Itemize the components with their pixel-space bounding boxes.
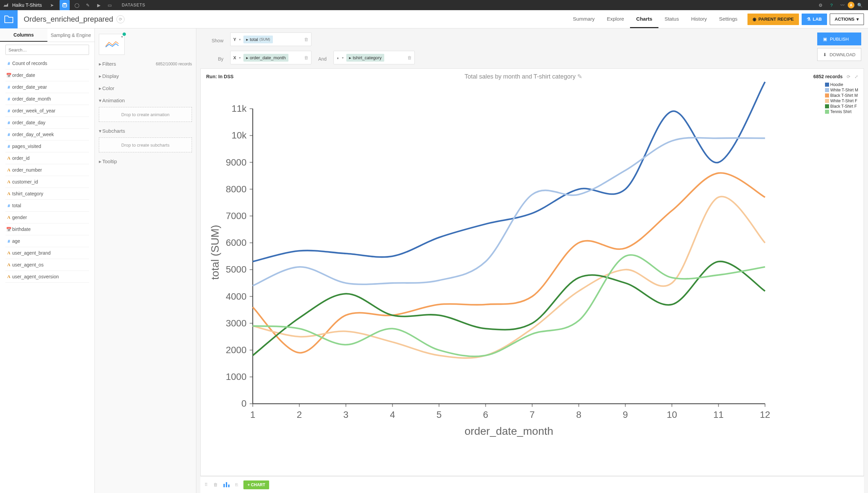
copy-icon[interactable]: ⎘ <box>235 482 238 487</box>
column-item[interactable]: Auser_agent_os <box>5 259 89 271</box>
project-name[interactable]: Haiku T-Shirts <box>12 2 42 8</box>
subcharts-section[interactable]: ▾Subcharts <box>99 128 192 134</box>
download-button[interactable]: ⬇DOWNLOAD <box>817 48 861 61</box>
sidetab-columns[interactable]: Columns <box>0 28 47 42</box>
column-item[interactable]: #total <box>5 200 89 212</box>
svg-text:7000: 7000 <box>226 211 246 221</box>
column-item[interactable]: Agender <box>5 212 89 223</box>
x-chip[interactable]: ▸ order_date_month <box>243 54 288 62</box>
column-item[interactable]: 📅birthdate <box>5 223 89 235</box>
animation-dropzone[interactable]: Drop to create animation <box>99 107 192 122</box>
and-pill[interactable]: ⬧▾ ▸ tshirt_category 🗑 <box>333 51 415 64</box>
column-item[interactable]: #order_date_month <box>5 93 89 105</box>
trash-icon[interactable]: 🗑 <box>213 482 218 487</box>
parent-recipe-button[interactable]: ◉PARENT RECIPE <box>747 14 799 25</box>
publish-button[interactable]: ▣PUBLISH <box>817 33 861 45</box>
legend-item[interactable]: White T-Shirt M <box>825 88 858 92</box>
y-axis-pill[interactable]: Y▾ ▸ total (SUM) 🗑 <box>230 33 311 46</box>
chart-thumbnail[interactable]: ▾ <box>99 34 125 55</box>
svg-rect-53 <box>223 484 225 487</box>
tab-history[interactable]: History <box>685 10 713 28</box>
display-section[interactable]: ▸Display <box>99 73 192 79</box>
legend-item[interactable]: Black T-Shirt F <box>825 104 858 109</box>
run-label: Run: In DSS <box>206 74 234 79</box>
notebooks-icon[interactable]: ✎ <box>85 2 91 8</box>
svg-text:8000: 8000 <box>226 184 246 194</box>
column-item[interactable]: Aorder_number <box>5 164 89 176</box>
tab-settings[interactable]: Settings <box>713 10 743 28</box>
tab-summary[interactable]: Summary <box>567 10 601 28</box>
type-icon: 📅 <box>5 227 12 232</box>
tab-status[interactable]: Status <box>658 10 685 28</box>
column-item[interactable]: #Count of records <box>5 58 89 69</box>
column-item[interactable]: #age <box>5 235 89 247</box>
refresh-icon[interactable]: ⟳ <box>847 74 850 79</box>
actions-button[interactable]: ACTIONS▾ <box>830 14 864 25</box>
column-item[interactable]: Aorder_id <box>5 152 89 164</box>
x-axis-pill[interactable]: X▾ ▸ order_date_month 🗑 <box>230 51 311 64</box>
bars-icon[interactable] <box>223 481 230 488</box>
svg-text:2000: 2000 <box>226 345 246 355</box>
add-chart-button[interactable]: + CHART <box>243 480 269 489</box>
column-item[interactable]: Auser_agent_osversion <box>5 271 89 283</box>
subcharts-dropzone[interactable]: Drop to create subcharts <box>99 137 192 152</box>
svg-text:3000: 3000 <box>226 318 246 328</box>
tooltip-section[interactable]: ▸Tooltip <box>99 158 192 165</box>
trash-icon[interactable]: 🗑 <box>407 55 412 60</box>
legend-item[interactable]: Black T-Shirt M <box>825 93 858 98</box>
svg-text:6000: 6000 <box>226 237 246 248</box>
more-icon[interactable]: ▭ <box>106 2 113 8</box>
scatter-icon[interactable]: ⠿ <box>204 482 208 487</box>
column-name: user_agent_brand <box>12 250 51 256</box>
filters-section[interactable]: ▸Filters6852/10000 records <box>99 61 192 67</box>
show-label: Show <box>203 35 223 43</box>
column-item[interactable]: #order_week_of_year <box>5 105 89 117</box>
trash-icon[interactable]: 🗑 <box>304 55 308 60</box>
column-name: order_date_month <box>12 96 51 102</box>
column-item[interactable]: Atshirt_category <box>5 188 89 200</box>
avatar[interactable]: A <box>848 2 854 8</box>
column-item[interactable]: #order_day_of_week <box>5 129 89 141</box>
svg-text:0: 0 <box>241 398 246 409</box>
column-item[interactable]: 📅order_date <box>5 69 89 81</box>
trash-icon[interactable]: 🗑 <box>304 37 308 42</box>
tab-charts[interactable]: Charts <box>630 10 658 28</box>
and-chip[interactable]: ▸ tshirt_category <box>346 54 384 62</box>
flow-icon[interactable]: ➤ <box>49 2 56 8</box>
refresh-icon[interactable]: ⟳ <box>116 15 125 23</box>
jobs-icon[interactable]: ▶ <box>95 2 102 8</box>
activity-icon[interactable]: 〰 <box>839 2 846 8</box>
svg-text:12: 12 <box>760 409 771 420</box>
column-item[interactable]: #pages_visited <box>5 141 89 152</box>
edit-icon[interactable]: ✎ <box>577 73 582 80</box>
tab-explore[interactable]: Explore <box>601 10 630 28</box>
column-item[interactable]: Acustomer_id <box>5 176 89 188</box>
column-item[interactable]: #order_date_year <box>5 81 89 93</box>
legend-item[interactable]: Tennis Shirt <box>825 109 858 114</box>
y-chip[interactable]: ▸ total (SUM) <box>243 36 273 43</box>
svg-text:9000: 9000 <box>226 157 246 168</box>
lab-button[interactable]: ⚗LAB <box>802 14 827 25</box>
svg-point-0 <box>63 3 67 5</box>
column-name: gender <box>12 215 27 220</box>
column-item[interactable]: #order_date_day <box>5 117 89 129</box>
column-name: user_agent_os <box>12 262 44 267</box>
type-icon: A <box>5 274 12 279</box>
sidetab-sampling-engine[interactable]: Sampling & Engine <box>47 28 95 42</box>
help-icon[interactable]: ? <box>828 2 835 8</box>
expand-icon[interactable]: ⤢ <box>854 74 858 79</box>
column-item[interactable]: Auser_agent_brand <box>5 247 89 259</box>
search-icon[interactable]: 🔍 <box>856 2 863 8</box>
chevron-down-icon: ▾ <box>121 35 123 39</box>
svg-text:1000: 1000 <box>226 371 246 382</box>
legend-item[interactable]: White T-Shirt F <box>825 99 858 103</box>
datasets-icon[interactable] <box>60 0 70 10</box>
gear-icon[interactable]: ⚙ <box>817 2 824 8</box>
search-input[interactable] <box>5 45 89 55</box>
color-section[interactable]: ▸Color <box>99 85 192 91</box>
type-icon: # <box>5 239 12 244</box>
recipes-icon[interactable]: ◯ <box>74 2 81 8</box>
animation-section[interactable]: ▾Animation <box>99 98 192 104</box>
section-label: DATASETS <box>122 3 146 7</box>
legend-item[interactable]: Hoodie <box>825 82 858 87</box>
